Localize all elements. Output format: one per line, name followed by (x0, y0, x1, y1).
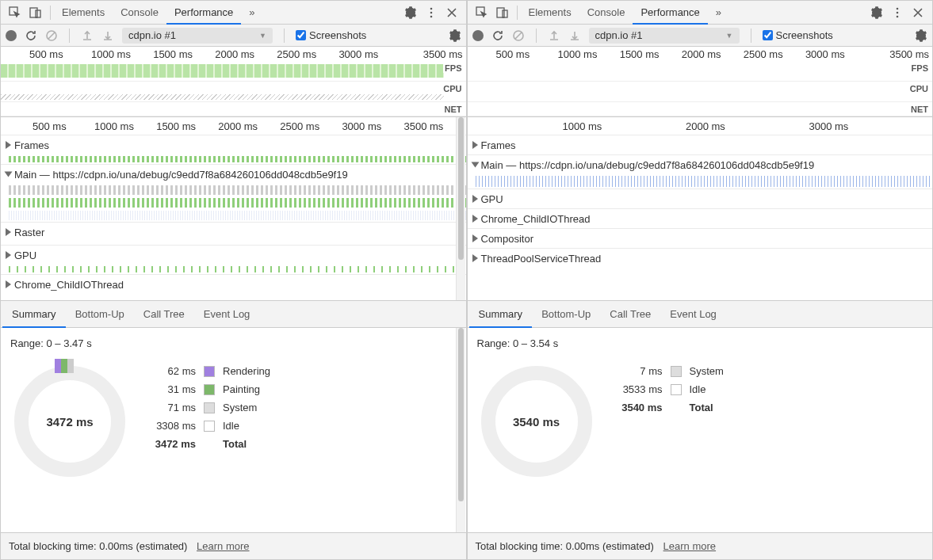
overview-pane[interactable]: 500 ms1000 ms1500 ms2000 ms2500 ms3000 m… (468, 47, 933, 117)
inspect-icon[interactable] (476, 6, 488, 19)
subtab-calltree[interactable]: Call Tree (134, 301, 194, 328)
track-child-io[interactable]: Chrome_ChildIOThread (1, 274, 466, 294)
tab-console[interactable]: Console (113, 1, 166, 25)
legend-label: Rendering (223, 365, 270, 377)
learn-more-link[interactable]: Learn more (663, 540, 716, 552)
download-icon[interactable] (568, 29, 581, 42)
devtools-right-panel: Elements Console Performance » cdpn.io #… (467, 0, 934, 560)
legend-swatch (671, 384, 682, 395)
record-button[interactable] (6, 30, 17, 41)
close-icon[interactable] (912, 6, 924, 19)
track-child-io[interactable]: Chrome_ChildIOThread (468, 208, 933, 228)
blocking-time-footer: Total blocking time: 0.00ms (estimated) … (468, 532, 933, 559)
svg-rect-9 (503, 10, 507, 17)
track-main[interactable]: Main — https://cdpn.io/una/debug/c9edd7f… (1, 164, 466, 222)
overview-pane[interactable]: 500 ms1000 ms1500 ms2000 ms2500 ms3000 m… (1, 47, 466, 117)
track-main[interactable]: Main — https://cdpn.io/una/debug/c9edd7f… (468, 154, 933, 189)
legend-swatch (204, 421, 215, 432)
tab-console[interactable]: Console (579, 1, 633, 25)
subtab-summary[interactable]: Summary (469, 301, 533, 328)
summary-tabbar: Summary Bottom-Up Call Tree Event Log (1, 301, 466, 328)
summary-pane: Range: 0 – 3.54 s 3540 ms 7 msSystem3533… (468, 328, 933, 559)
target-label: cdpn.io #1 (128, 29, 176, 41)
track-compositor[interactable]: Compositor (468, 228, 933, 248)
legend-ms: 62 ms (140, 365, 196, 377)
record-button[interactable] (472, 30, 484, 41)
target-selector[interactable]: cdpn.io #1▼ (589, 28, 740, 44)
summary-pane: Range: 0 – 3.47 s 3472 ms 62 msRendering… (1, 328, 466, 559)
flame-ruler: 500 ms1000 ms1500 ms2000 ms2500 ms3000 m… (1, 117, 466, 135)
device-toggle-icon[interactable] (496, 6, 509, 19)
track-raster[interactable]: Raster (1, 222, 466, 245)
settings-icon[interactable] (870, 6, 883, 19)
legend-ms: 3533 ms (607, 383, 663, 395)
legend-ms: 7 ms (607, 365, 663, 377)
kebab-menu-icon[interactable] (425, 6, 438, 19)
clear-icon[interactable] (45, 29, 58, 42)
track-gpu[interactable]: GPU (1, 245, 466, 274)
screenshots-checkbox[interactable] (296, 30, 306, 40)
subtab-eventlog[interactable]: Event Log (194, 301, 260, 328)
learn-more-link[interactable]: Learn more (197, 540, 249, 552)
cpu-lane: CPU (1, 82, 466, 102)
target-selector[interactable]: cdpn.io #1▼ (122, 28, 273, 44)
svg-point-12 (897, 15, 899, 17)
subtab-summary[interactable]: Summary (2, 301, 66, 328)
upload-icon[interactable] (548, 29, 560, 42)
flame-ruler: 1000 ms2000 ms3000 ms (468, 117, 933, 135)
svg-point-5 (430, 15, 432, 17)
settings-icon[interactable] (404, 6, 417, 19)
legend-ms: 71 ms (140, 402, 196, 413)
net-lane: NET (468, 102, 933, 116)
range-label: Range: 0 – 3.54 s (477, 337, 923, 349)
flame-chart[interactable]: 1000 ms2000 ms3000 ms Frames Main — http… (468, 117, 933, 301)
summary-legend: 62 msRendering31 msPainting71 msSystem33… (140, 365, 270, 481)
flame-scrollbar[interactable] (456, 117, 465, 300)
subtab-bottomup[interactable]: Bottom-Up (532, 301, 600, 328)
tab-more[interactable]: » (708, 1, 729, 25)
track-frames[interactable]: Frames (468, 135, 933, 154)
subtab-eventlog[interactable]: Event Log (660, 301, 726, 328)
track-threadpool[interactable]: ThreadPoolServiceThread (468, 248, 933, 268)
tab-performance[interactable]: Performance (633, 1, 707, 25)
track-gpu[interactable]: GPU (468, 189, 933, 208)
kebab-menu-icon[interactable] (891, 6, 904, 19)
legend-label: Painting (223, 383, 260, 395)
tab-elements[interactable]: Elements (521, 1, 579, 25)
svg-point-11 (897, 11, 899, 13)
tab-elements[interactable]: Elements (54, 1, 113, 25)
svg-rect-1 (30, 8, 37, 17)
legend-swatch (671, 366, 682, 377)
overview-ruler: 500 ms1000 ms1500 ms2000 ms2500 ms3000 m… (468, 47, 933, 61)
clear-icon[interactable] (512, 29, 525, 42)
download-icon[interactable] (101, 29, 114, 42)
reload-icon[interactable] (25, 29, 37, 42)
summary-scrollbar[interactable] (456, 328, 465, 532)
perf-toolbar: cdpn.io #1▼ Screenshots (1, 25, 466, 47)
legend-ms: 3308 ms (140, 420, 196, 432)
legend-swatch (204, 366, 215, 377)
upload-icon[interactable] (81, 29, 94, 42)
flame-chart[interactable]: 500 ms1000 ms1500 ms2000 ms2500 ms3000 m… (1, 117, 466, 301)
track-frames[interactable]: Frames (1, 135, 466, 164)
svg-point-3 (430, 7, 432, 10)
tab-performance[interactable]: Performance (166, 1, 241, 25)
subtab-bottomup[interactable]: Bottom-Up (66, 301, 134, 328)
capture-settings-icon[interactable] (915, 29, 927, 42)
screenshots-checkbox[interactable] (763, 30, 773, 40)
legend-ms: 31 ms (140, 383, 196, 395)
svg-point-4 (430, 11, 432, 13)
reload-icon[interactable] (491, 29, 504, 42)
inspect-icon[interactable] (9, 6, 21, 19)
screenshots-label: Screenshots (776, 29, 833, 41)
device-toggle-icon[interactable] (29, 6, 42, 19)
close-icon[interactable] (445, 6, 458, 19)
screenshots-toggle[interactable]: Screenshots (763, 29, 833, 41)
subtab-calltree[interactable]: Call Tree (600, 301, 660, 328)
legend-swatch (204, 384, 215, 395)
summary-donut: 3472 ms (10, 362, 129, 481)
legend-label: System (690, 365, 724, 377)
tab-more[interactable]: » (241, 1, 262, 25)
capture-settings-icon[interactable] (449, 29, 461, 42)
screenshots-toggle[interactable]: Screenshots (296, 29, 366, 41)
